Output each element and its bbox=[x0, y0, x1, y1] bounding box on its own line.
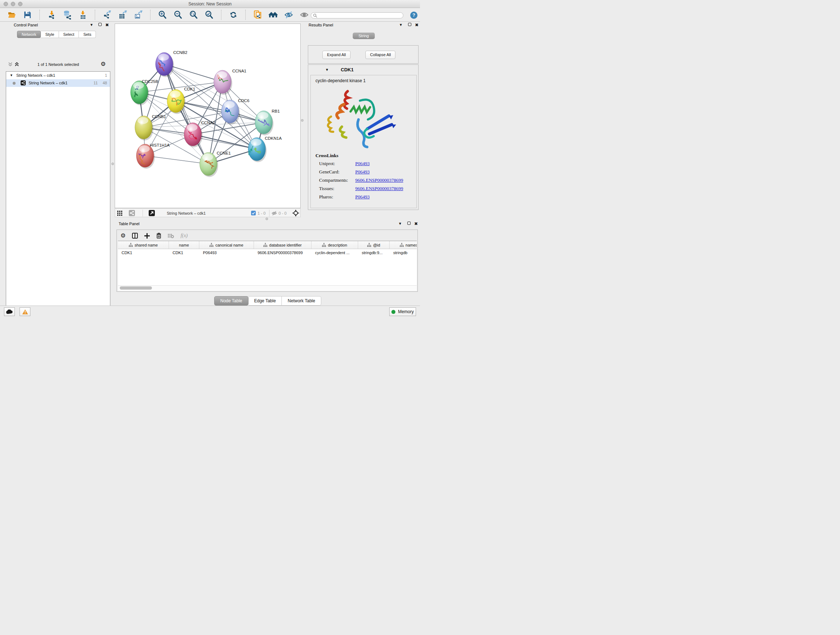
crosslink-row: Tissues:9606.ENSP00000378699 bbox=[316, 184, 413, 193]
results-panel-close-icon[interactable]: ✖ bbox=[415, 22, 418, 27]
export-network-icon[interactable] bbox=[103, 10, 112, 19]
delete-column-icon[interactable] bbox=[156, 233, 161, 239]
network-canvas[interactable]: CCNB2CCNA1CDC25BCDK1CDC6RB1CCNB1CCNA2CDK… bbox=[115, 24, 301, 208]
crosslink-value-link[interactable]: P06493 bbox=[355, 159, 370, 168]
network-node-CCNB1[interactable]: CCNB1 bbox=[135, 114, 166, 141]
hscrollbar-thumb[interactable] bbox=[120, 287, 152, 290]
column-header-namespace[interactable]: namespace bbox=[390, 241, 417, 249]
results-panel-title: Results Panel bbox=[309, 23, 333, 27]
toolbar-search bbox=[311, 12, 403, 19]
network-node-CDKN1A[interactable]: CDKN1A bbox=[248, 136, 282, 162]
crosslink-value-link[interactable]: 9606.ENSP00000378699 bbox=[355, 176, 403, 184]
network-tree-root-row[interactable]: ▼ String Network – cdk1 1 bbox=[6, 72, 110, 79]
refresh-view-icon[interactable] bbox=[229, 10, 238, 19]
tab-string[interactable]: String bbox=[353, 33, 375, 39]
open-session-icon[interactable] bbox=[7, 10, 17, 19]
tab-node-table[interactable]: Node Table bbox=[214, 296, 248, 306]
network-node-RB1[interactable]: RB1 bbox=[255, 109, 279, 135]
network-node-CCNB2[interactable]: CCNB2 bbox=[156, 50, 187, 77]
home-views-icon[interactable] bbox=[268, 10, 278, 19]
table-panel-close-icon[interactable]: ✖ bbox=[414, 221, 418, 226]
node-label: CCNA1 bbox=[232, 69, 246, 73]
table-panel-float-icon[interactable]: ▼ bbox=[398, 222, 402, 226]
birdseye-toggle-icon[interactable] bbox=[292, 209, 299, 218]
help-icon[interactable]: ? bbox=[410, 11, 417, 19]
zoom-in-icon[interactable] bbox=[158, 10, 167, 19]
show-columns-icon[interactable] bbox=[132, 233, 138, 239]
network-node-CCNA2[interactable]: CCNA2 bbox=[184, 120, 215, 147]
tree-collapse-icon[interactable]: ▼ bbox=[10, 72, 13, 79]
column-header-@id[interactable]: @id bbox=[358, 241, 390, 249]
column-type-icon bbox=[264, 243, 267, 247]
selected-checkbox-icon[interactable] bbox=[251, 209, 256, 218]
network-view-icon[interactable] bbox=[129, 209, 135, 218]
import-network-file-icon[interactable] bbox=[47, 10, 57, 19]
column-header-label: namespace bbox=[406, 243, 417, 247]
vertical-splitter-handle-right[interactable] bbox=[301, 119, 303, 122]
table-hscrollbar[interactable] bbox=[118, 285, 417, 290]
network-node-CDC25B[interactable]: CDC25B bbox=[131, 79, 158, 105]
table-cell[interactable]: P06493 bbox=[199, 249, 254, 257]
search-input[interactable] bbox=[311, 12, 403, 19]
zoom-selected-icon[interactable] bbox=[204, 10, 214, 19]
network-tree-child-row[interactable]: String Network – cdk1 11 48 bbox=[6, 79, 110, 87]
export-table-icon[interactable] bbox=[118, 10, 127, 19]
crosslink-value-link[interactable]: P06493 bbox=[355, 193, 370, 201]
save-session-icon[interactable] bbox=[23, 10, 32, 19]
zoom-fit-icon[interactable] bbox=[189, 10, 198, 19]
crosslink-value-link[interactable]: 9606.ENSP00000378699 bbox=[355, 184, 403, 193]
hide-selected-icon[interactable] bbox=[284, 10, 294, 19]
tab-network-table[interactable]: Network Table bbox=[282, 296, 321, 306]
memory-button[interactable]: Memory bbox=[389, 307, 416, 316]
network-edge-CCNB2-CCNE1[interactable] bbox=[164, 64, 208, 164]
table-cell[interactable]: stringdb:9... bbox=[358, 249, 390, 257]
table-header-row: shared namenamecanonical namedatabase id… bbox=[118, 241, 417, 249]
detach-view-icon[interactable] bbox=[149, 209, 155, 218]
table-panel-maximize-icon[interactable] bbox=[407, 222, 411, 226]
results-panel-float-icon[interactable]: ▼ bbox=[399, 23, 403, 27]
tab-network[interactable]: Network bbox=[17, 31, 41, 38]
control-panel-maximize-icon[interactable] bbox=[98, 23, 102, 27]
table-cell[interactable]: cyclin-dependent ... bbox=[311, 249, 358, 257]
tab-edge-table[interactable]: Edge Table bbox=[248, 296, 282, 306]
control-panel-close-icon[interactable]: ✖ bbox=[105, 22, 109, 27]
column-header-shared-name[interactable]: shared name bbox=[118, 241, 169, 249]
results-panel-maximize-icon[interactable] bbox=[408, 23, 411, 27]
network-node-CCNA1[interactable]: CCNA1 bbox=[214, 69, 246, 95]
tab-style[interactable]: Style bbox=[41, 31, 58, 38]
show-all-icon[interactable] bbox=[300, 10, 309, 19]
import-network-database-icon[interactable] bbox=[63, 10, 72, 19]
zoom-out-icon[interactable] bbox=[173, 10, 183, 19]
crosslink-value-link[interactable]: P06493 bbox=[355, 168, 370, 176]
import-table-icon[interactable] bbox=[78, 10, 88, 19]
table-cell[interactable]: CDK1 bbox=[169, 249, 199, 257]
gene-collapse-icon[interactable]: ▼ bbox=[325, 68, 329, 72]
expand-all-button[interactable]: Expand All bbox=[322, 51, 351, 59]
table-row[interactable]: CDK1CDK1P064939606.ENSP00000378699cyclin… bbox=[118, 249, 417, 257]
export-image-icon[interactable] bbox=[134, 10, 143, 19]
table-cell[interactable]: CDK1 bbox=[118, 249, 169, 257]
network-node-HIST1H1A[interactable]: HIST1H1A bbox=[136, 143, 170, 169]
column-header-database-identifier[interactable]: database identifier bbox=[254, 241, 311, 249]
warnings-button[interactable] bbox=[19, 307, 30, 316]
column-header-name[interactable]: name bbox=[169, 241, 199, 249]
tab-select[interactable]: Select bbox=[59, 31, 79, 38]
gene-symbol: CDK1 bbox=[341, 67, 354, 73]
create-column-icon[interactable] bbox=[144, 233, 150, 239]
table-options-gear-icon[interactable]: ⚙ bbox=[120, 233, 126, 239]
column-header-canonical-name[interactable]: canonical name bbox=[199, 241, 254, 249]
tab-sets[interactable]: Sets bbox=[79, 31, 96, 38]
network-node-CCNE1[interactable]: CCNE1 bbox=[200, 151, 231, 177]
table-cell[interactable]: 9606.ENSP00000378699 bbox=[254, 249, 311, 257]
vertical-splitter-handle-left[interactable] bbox=[111, 163, 114, 165]
grid-view-icon[interactable] bbox=[117, 209, 122, 218]
column-type-icon bbox=[400, 243, 404, 247]
network-options-gear-icon[interactable]: ⚙ bbox=[101, 61, 106, 67]
control-panel-float-icon[interactable]: ▼ bbox=[90, 23, 93, 27]
crosslink-label: Compartments: bbox=[319, 176, 355, 184]
first-neighbors-icon[interactable] bbox=[253, 10, 262, 19]
table-cell[interactable]: stringdb bbox=[390, 249, 417, 257]
column-header-description[interactable]: description bbox=[311, 241, 358, 249]
collapse-all-button[interactable]: Collapse All bbox=[365, 51, 395, 59]
cloud-status-button[interactable] bbox=[4, 307, 15, 316]
